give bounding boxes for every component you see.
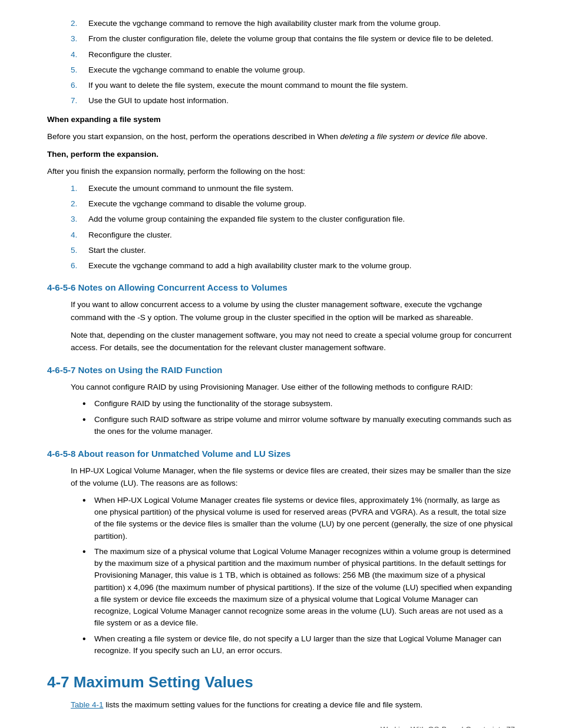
bullet-text: Configure RAID by using the functionalit… <box>94 398 515 410</box>
list-num: 3. <box>71 213 88 225</box>
list-item: 7. Use the GUI to update host informatio… <box>71 95 515 107</box>
section-4-6-5-7: 4-6-5-7 Notes on Using the RAID Function… <box>47 365 515 438</box>
chapter-4-7-para1-rest: lists the maximum setting values for the… <box>104 700 423 709</box>
list-num: 2. <box>71 198 88 210</box>
list-num: 5. <box>71 245 88 256</box>
initial-numbered-list: 2. Execute the vgchange command to remov… <box>71 18 515 107</box>
list-item: 5. Start the cluster. <box>71 245 515 256</box>
list-item: • Configure RAID by using the functional… <box>82 398 515 410</box>
footer-text: Working With OS-Based Constraints 77 <box>381 725 515 728</box>
bullet-text: When creating a file system or device fi… <box>94 633 515 657</box>
page-footer: Working With OS-Based Constraints 77 <box>381 725 515 728</box>
bullet-text: The maximum size of a physical volume th… <box>94 546 515 630</box>
chapter-4-7-para1: Table 4-1 lists the maximum setting valu… <box>71 699 515 711</box>
section-4-6-5-7-content: You cannot configure RAID by using Provi… <box>71 381 515 438</box>
list-item: • The maximum size of a physical volume … <box>82 546 515 630</box>
para2: Then, perform the expansion. <box>47 148 515 161</box>
initial-numbered-list-block: 2. Execute the vgchange command to remov… <box>71 18 515 107</box>
list-item: • When creating a file system or device … <box>82 633 515 657</box>
list-text: If you want to delete the file system, e… <box>88 80 515 91</box>
list-num: 6. <box>71 260 88 272</box>
list-item: 2. Execute the vgchange command to disab… <box>71 198 515 210</box>
section-4-6-5-8-heading: 4-6-5-8 About reason for Unmatched Volum… <box>47 449 515 459</box>
list-text: Use the GUI to update host information. <box>88 95 515 107</box>
para1-italic: deleting a file system or device file <box>340 132 462 141</box>
list-num: 5. <box>71 64 88 76</box>
bullet-text: Configure such RAID software as stripe v… <box>94 414 515 438</box>
expansion-list-block: 1. Execute the umount command to unmount… <box>71 183 515 272</box>
section-4-6-5-8: 4-6-5-8 About reason for Unmatched Volum… <box>47 449 515 657</box>
section-4-6-5-6-heading: 4-6-5-6 Notes on Allowing Concurrent Acc… <box>47 282 515 292</box>
list-text: Start the cluster. <box>88 245 515 256</box>
list-item: 6. If you want to delete the file system… <box>71 80 515 91</box>
list-num: 4. <box>71 229 88 241</box>
list-text: Execute the vgchange command to add a hi… <box>88 260 515 272</box>
list-text: From the cluster configuration file, del… <box>88 33 515 45</box>
section-4-6-5-6-content: If you want to allow concurrent access t… <box>71 298 515 354</box>
list-item: 3. Add the volume group containing the e… <box>71 213 515 225</box>
section-4-6-5-8-content: In HP-UX Logical Volume Manager, when th… <box>71 465 515 657</box>
expanding-heading: When expanding a file system <box>47 113 515 126</box>
bullet-icon: • <box>82 495 94 542</box>
list-num: 4. <box>71 49 88 61</box>
list-text: Execute the vgchange command to enable t… <box>88 64 515 76</box>
section-4-6-5-6-para1: If you want to allow concurrent access t… <box>71 298 515 324</box>
list-text: Reconfigure the cluster. <box>88 49 515 61</box>
bullet-icon: • <box>82 398 94 410</box>
bullet-text: When HP-UX Logical Volume Manager create… <box>94 495 515 542</box>
chapter-4-7-heading: 4-7 Maximum Setting Values <box>47 673 515 691</box>
list-item: 3. From the cluster configuration file, … <box>71 33 515 45</box>
para1: Before you start expansion, on the host,… <box>47 130 515 143</box>
bullet-icon: • <box>82 414 94 438</box>
section-4-6-5-7-bullets: • Configure RAID by using the functional… <box>82 398 515 437</box>
section-4-6-5-6: 4-6-5-6 Notes on Allowing Concurrent Acc… <box>47 282 515 354</box>
list-item: • Configure such RAID software as stripe… <box>82 414 515 438</box>
section-4-6-5-7-para1: You cannot configure RAID by using Provi… <box>71 381 515 394</box>
list-num: 3. <box>71 33 88 45</box>
list-text: Execute the umount command to unmount th… <box>88 183 515 195</box>
list-text: Reconfigure the cluster. <box>88 229 515 241</box>
list-item: 5. Execute the vgchange command to enabl… <box>71 64 515 76</box>
list-item: 4. Reconfigure the cluster. <box>71 49 515 61</box>
section-4-6-5-8-para1: In HP-UX Logical Volume Manager, when th… <box>71 465 515 490</box>
list-text: Execute the vgchange command to remove t… <box>88 18 515 29</box>
table-4-1-link[interactable]: Table 4-1 <box>71 700 104 709</box>
list-num: 2. <box>71 18 88 29</box>
expansion-numbered-list: 1. Execute the umount command to unmount… <box>71 183 515 272</box>
list-item: 2. Execute the vgchange command to remov… <box>71 18 515 29</box>
list-num: 1. <box>71 183 88 195</box>
list-item: 6. Execute the vgchange command to add a… <box>71 260 515 272</box>
list-item: 1. Execute the umount command to unmount… <box>71 183 515 195</box>
list-item: 4. Reconfigure the cluster. <box>71 229 515 241</box>
section-4-6-5-8-bullets: • When HP-UX Logical Volume Manager crea… <box>82 495 515 657</box>
list-text: Execute the vgchange command to disable … <box>88 198 515 210</box>
page-container: 2. Execute the vgchange command to remov… <box>0 0 562 728</box>
list-num: 7. <box>71 95 88 107</box>
list-text: Add the volume group containing the expa… <box>88 213 515 225</box>
expanding-section: When expanding a file system Before you … <box>47 113 515 272</box>
section-4-6-5-7-heading: 4-6-5-7 Notes on Using the RAID Function <box>47 365 515 375</box>
bullet-icon: • <box>82 633 94 657</box>
para3: After you finish the expansion normally,… <box>47 165 515 178</box>
list-item: • When HP-UX Logical Volume Manager crea… <box>82 495 515 542</box>
bullet-icon: • <box>82 546 94 630</box>
chapter-4-7: 4-7 Maximum Setting Values Table 4-1 lis… <box>47 673 515 711</box>
list-num: 6. <box>71 80 88 91</box>
chapter-4-7-content: Table 4-1 lists the maximum setting valu… <box>71 699 515 711</box>
section-4-6-5-6-para2: Note that, depending on the cluster mana… <box>71 329 515 354</box>
